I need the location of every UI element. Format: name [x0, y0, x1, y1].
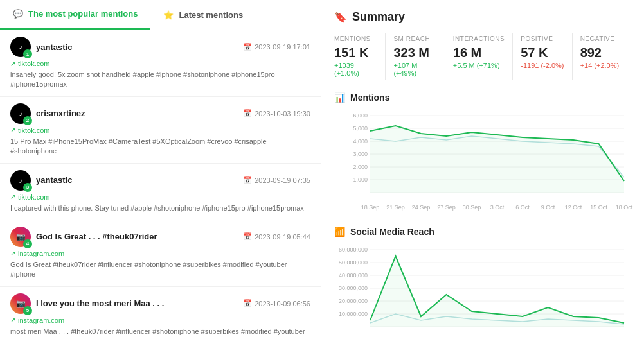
mention-username: yantastic — [36, 42, 72, 52]
mention-text: 15 Pro Max #iPhone15ProMax #CameraTest #… — [10, 137, 310, 157]
tab-popular-label: The most popular mentions — [28, 9, 138, 19]
calendar-icon: 📅 — [243, 109, 252, 117]
share-icon: ↗ — [10, 193, 15, 200]
metric-item: MENTIONS 151 K +1039 (+1.0%) — [334, 33, 386, 80]
avatar: ♪ 3 — [10, 170, 31, 191]
share-icon: ↗ — [10, 250, 15, 257]
mentions-chart-section: 📊 Mentions 1,0002,0003,0004,0005,0006,00… — [334, 92, 631, 214]
mention-text: most meri Maa . . . #theuk07rider #influ… — [10, 327, 310, 337]
svg-text:18 Oct: 18 Oct — [616, 204, 633, 211]
list-item: ♪ 3 yantastic 📅 2023-09-19 07:35 ↗ tikto… — [0, 164, 321, 220]
metric-item: SM REACH 323 M +107 M (+49%) — [386, 33, 445, 80]
svg-text:10,000,000: 10,000,000 — [339, 311, 368, 317]
calendar-icon: 📅 — [243, 43, 252, 51]
svg-text:24 Sep: 24 Sep — [412, 204, 431, 211]
mentions-chart-header: 📊 Mentions — [334, 92, 631, 103]
mention-date: 📅 2023-09-19 07:35 — [243, 176, 310, 184]
mention-date: 📅 2023-09-19 17:01 — [243, 43, 310, 51]
chat-icon: 💬 — [13, 9, 23, 19]
mentions-chart-title: Mentions — [350, 92, 389, 103]
tab-latest-label: Latest mentions — [179, 10, 243, 20]
mention-list: ♪ 1 yantastic 📅 2023-09-19 17:01 ↗ tikto… — [0, 30, 321, 337]
svg-marker-49 — [370, 256, 624, 327]
calendar-icon: 📅 — [243, 232, 252, 241]
tabs-header: 💬 The most popular mentions ⭐ Latest men… — [0, 0, 321, 30]
mentions-chart-container: 1,0002,0003,0004,0005,0006,00018 Sep21 S… — [334, 109, 631, 214]
metric-change: +14 (+2.0%) — [580, 62, 623, 69]
list-item: 📷 4 God Is Great . . . #theuk07rider 📅 2… — [0, 220, 321, 287]
metric-value: 323 M — [393, 45, 436, 60]
svg-text:15 Oct: 15 Oct — [590, 204, 607, 211]
share-icon: ↗ — [10, 60, 15, 67]
svg-marker-24 — [370, 126, 624, 193]
mentions-chart-svg: 1,0002,0003,0004,0005,0006,00018 Sep21 S… — [334, 109, 631, 212]
list-item: ♪ 2 crismxrtinez 📅 2023-10-03 19:30 ↗ ti… — [0, 97, 321, 164]
svg-text:6 Oct: 6 Oct — [515, 204, 530, 211]
reach-chart-svg: 10,000,00020,000,00030,000,00040,000,000… — [334, 243, 631, 337]
metric-label: POSITIVE — [521, 35, 564, 42]
metric-value: 16 M — [453, 45, 505, 60]
svg-text:50,000,000: 50,000,000 — [339, 259, 368, 266]
right-panel: 🔖 Summary MENTIONS 151 K +1039 (+1.0%) S… — [321, 0, 644, 337]
metric-change: +1039 (+1.0%) — [334, 62, 377, 77]
mention-source[interactable]: ↗ tiktok.com — [10, 60, 310, 67]
svg-text:30,000,000: 30,000,000 — [339, 285, 368, 291]
mention-source[interactable]: ↗ instagram.com — [10, 250, 310, 257]
summary-title: Summary — [352, 10, 405, 24]
tab-popular[interactable]: 💬 The most popular mentions — [0, 0, 150, 30]
summary-header: 🔖 Summary — [334, 10, 631, 24]
bar-chart-icon: 📊 — [334, 92, 345, 103]
svg-text:30 Sep: 30 Sep — [463, 204, 481, 211]
list-item: ♪ 1 yantastic 📅 2023-09-19 17:01 ↗ tikto… — [0, 30, 321, 97]
left-panel: 💬 The most popular mentions ⭐ Latest men… — [0, 0, 321, 337]
mention-source[interactable]: ↗ tiktok.com — [10, 126, 310, 134]
calendar-icon: 📅 — [243, 176, 252, 184]
metric-item: POSITIVE 57 K -1191 (-2.0%) — [513, 33, 572, 80]
svg-text:60,000,000: 60,000,000 — [339, 246, 368, 253]
metric-label: INTERACTIONS — [453, 35, 505, 42]
reach-chart-container: 10,000,00020,000,00030,000,00040,000,000… — [334, 243, 631, 337]
mention-date: 📅 2023-10-03 19:30 — [243, 109, 310, 117]
mention-username: yantastic — [36, 175, 72, 185]
mention-source[interactable]: ↗ instagram.com — [10, 316, 310, 324]
mention-username: crismxrtinez — [36, 108, 85, 118]
avatar: 📷 4 — [10, 227, 31, 247]
mention-username: God Is Great . . . #theuk07rider — [36, 232, 157, 241]
svg-text:3,000: 3,000 — [353, 151, 368, 157]
reach-chart-header: 📶 Social Media Reach — [334, 227, 631, 237]
svg-text:20,000,000: 20,000,000 — [339, 298, 368, 304]
svg-text:4,000: 4,000 — [353, 138, 368, 144]
svg-text:9 Oct: 9 Oct — [541, 204, 555, 211]
avatar: ♪ 2 — [10, 103, 31, 124]
reach-chart-section: 📶 Social Media Reach 10,000,00020,000,00… — [334, 227, 631, 337]
mention-date: 📅 2023-10-09 06:56 — [243, 299, 310, 307]
svg-text:12 Oct: 12 Oct — [565, 204, 582, 211]
metric-label: MENTIONS — [334, 35, 377, 42]
tab-latest[interactable]: ⭐ Latest mentions — [150, 0, 256, 30]
mention-text: God Is Great #theuk07rider #influencer #… — [10, 260, 310, 280]
svg-text:21 Sep: 21 Sep — [386, 204, 405, 211]
metric-value: 57 K — [521, 45, 564, 60]
metric-value: 151 K — [334, 45, 377, 60]
svg-text:2,000: 2,000 — [353, 164, 368, 170]
svg-text:3 Oct: 3 Oct — [490, 204, 505, 211]
share-icon: ↗ — [10, 126, 15, 134]
calendar-icon: 📅 — [243, 299, 252, 307]
bookmark-icon: 🔖 — [334, 11, 347, 23]
metrics-row: MENTIONS 151 K +1039 (+1.0%) SM REACH 32… — [334, 33, 631, 80]
reach-chart-title: Social Media Reach — [350, 227, 434, 237]
metric-change: +107 M (+49%) — [393, 62, 436, 77]
star-icon: ⭐ — [163, 10, 174, 20]
mention-username: I love you the most meri Maa . . . — [36, 298, 164, 308]
mention-text: insanely good! 5x zoom shot handheld #ap… — [10, 70, 310, 90]
svg-text:1,000: 1,000 — [353, 177, 368, 183]
svg-text:5,000: 5,000 — [353, 125, 368, 132]
metric-label: NEGATIVE — [580, 35, 623, 42]
mention-date: 📅 2023-09-19 05:44 — [243, 232, 310, 241]
metric-value: 892 — [580, 45, 623, 60]
mention-source[interactable]: ↗ tiktok.com — [10, 193, 310, 201]
avatar: 📷 5 — [10, 293, 31, 314]
mention-text: I captured with this phone. Stay tuned #… — [10, 203, 310, 213]
svg-text:18 Sep: 18 Sep — [361, 204, 380, 211]
svg-text:27 Sep: 27 Sep — [437, 204, 456, 211]
